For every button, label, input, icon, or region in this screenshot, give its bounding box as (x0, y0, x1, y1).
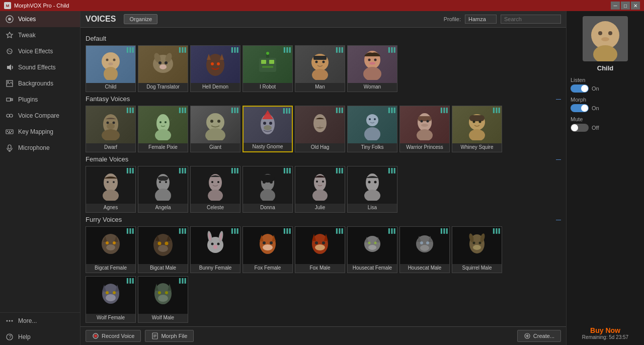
app-icon: M (4, 2, 11, 9)
sidebar-item-more[interactable]: More... (0, 313, 80, 329)
morph-toggle[interactable] (571, 104, 589, 112)
svg-point-54 (369, 62, 375, 65)
selected-voice-display: Child (571, 16, 640, 77)
listen-toggle[interactable] (571, 84, 589, 93)
voice-agnes[interactable]: ▐▐▐ Agnes (86, 166, 136, 213)
voice-julie[interactable]: ▐▐▐ Julie (295, 166, 345, 213)
voice-nasty-gnome[interactable]: ▐▐▐ Nasty Gnome (243, 106, 293, 152)
voice-avatar-dwarf: ▐▐▐ (86, 106, 135, 143)
sidebar-item-voice-effects[interactable]: Voice Effects (0, 43, 80, 59)
voice-man[interactable]: ▐▐▐ Man (295, 45, 345, 92)
listen-label: Listen (571, 77, 640, 83)
voice-bunny-female[interactable]: ▐▐▐ Bunny Female (190, 226, 240, 273)
voice-woman[interactable]: ▐▐▐ Woman (347, 45, 397, 92)
sidebar-item-voices[interactable]: Voices (0, 11, 80, 27)
help-icon: ? (5, 332, 14, 341)
svg-point-19 (7, 320, 8, 322)
close-button[interactable]: ✕ (631, 2, 640, 10)
section-female-collapse[interactable]: — (556, 156, 561, 162)
section-furry-collapse[interactable]: — (556, 217, 561, 222)
sidebar-item-tweak[interactable]: Tweak (0, 27, 80, 43)
voice-label-wolf-m: Wolf Male (138, 314, 188, 322)
voice-avatar-fox-male: ▐▐▐ (295, 227, 345, 264)
voice-dog-translator[interactable]: ▐▐▐ Dog Translator (138, 45, 188, 92)
sidebar-label-plugins: Plugins (18, 96, 38, 103)
minimize-button[interactable]: ─ (611, 2, 620, 10)
signal-icon-wolf-f: ▐▐▐ (125, 278, 133, 283)
voice-label-squirrel-m: Squirrel Male (452, 264, 502, 273)
microphone-icon (5, 143, 14, 152)
voice-lisa[interactable]: ▐▐▐ Lisa (347, 166, 397, 213)
voice-label-bigcat-f: Bigcat Female (86, 264, 135, 273)
record-voice-button[interactable]: Record Voice (86, 330, 141, 342)
voice-label-fox-m: Fox Male (295, 264, 345, 273)
voice-warrior-princess[interactable]: ▐▐▐ Warrior Princess (399, 106, 450, 152)
title-bar-text: MorphVOX Pro - Child (14, 3, 69, 9)
svg-point-136 (213, 245, 217, 249)
sidebar-item-help[interactable]: ? Help (0, 329, 80, 345)
signal-icon-gnome: ▐▐▐ (282, 108, 290, 113)
mute-toggle[interactable] (571, 124, 589, 132)
svg-point-117 (102, 234, 120, 254)
voice-label-wolf-f: Wolf Female (86, 314, 135, 322)
create-button[interactable]: Create... (517, 330, 561, 342)
voice-housecat-female[interactable]: ▐▐▐ Housecat Female (347, 226, 397, 273)
organize-button[interactable]: Organize (124, 14, 157, 24)
signal-icon-bigcat-m: ▐▐▐ (178, 228, 186, 233)
sidebar-item-sound-effects[interactable]: Sound Effects (0, 59, 80, 75)
voice-giant[interactable]: ▐▐▐ Giant (190, 106, 240, 152)
svg-point-86 (417, 129, 433, 140)
svg-rect-41 (261, 60, 266, 64)
voice-wolf-female[interactable]: ▐▐▐ Wolf Female (86, 276, 136, 323)
svg-point-105 (261, 175, 275, 183)
morph-file-button[interactable]: Morph File (145, 330, 194, 342)
buy-now-text[interactable]: Buy Now (582, 326, 628, 334)
svg-point-154 (368, 245, 376, 250)
voice-tiny-folks[interactable]: ▐▐▐ Tiny Folks (347, 106, 397, 152)
sidebar-item-plugins[interactable]: Plugins (0, 92, 80, 108)
voice-celeste[interactable]: ▐▐▐ Celeste (190, 166, 240, 213)
voice-squirrel-male[interactable]: ▐▐▐ Squirrel Male (452, 226, 502, 273)
signal-icon-lisa: ▐▐▐ (387, 168, 395, 173)
voice-old-hag[interactable]: ▐▐▐ Old Hag (295, 106, 345, 152)
voice-whiney-squire[interactable]: ▐▐▐ Whiney Squire (452, 106, 502, 152)
svg-point-146 (315, 241, 318, 244)
voice-donna[interactable]: ▐▐▐ Donna (243, 166, 293, 213)
sidebar-item-microphone[interactable]: Microphone (0, 140, 80, 156)
svg-point-178 (158, 295, 168, 302)
sidebar-label-backgrounds: Backgrounds (18, 80, 53, 87)
signal-icon-whiney: ▐▐▐ (492, 108, 500, 113)
svg-point-165 (479, 242, 481, 244)
voice-dwarf[interactable]: ▐▐▐ Dwarf (86, 106, 136, 152)
voice-avatar-lisa: ▐▐▐ (348, 166, 397, 204)
signal-icon-housecat-f: ▐▐▐ (387, 228, 395, 233)
voices-panel[interactable]: Default ▐▐▐ Child (80, 28, 566, 326)
profile-select[interactable]: Hamza Default (465, 15, 497, 24)
voice-wolf-male[interactable]: ▐▐▐ Wolf Male (138, 276, 188, 323)
voice-bigcat-female[interactable]: ▐▐▐ Bigcat Female (86, 226, 136, 273)
voice-i-robot[interactable]: ▐▐▐ I Robot (243, 45, 293, 92)
voice-angela[interactable]: ▐▐▐ Angela (138, 166, 188, 213)
svg-point-20 (9, 320, 11, 322)
svg-point-39 (217, 62, 220, 65)
signal-icon-bigcat-f: ▐▐▐ (125, 228, 133, 233)
search-input[interactable] (501, 15, 561, 24)
voice-fox-female[interactable]: ▐▐▐ Fox Female (243, 226, 293, 273)
voice-female-pixie[interactable]: ▐▐▐ Female Pixie (138, 106, 188, 152)
sidebar-item-voice-compare[interactable]: Voice Compare (0, 108, 80, 124)
mute-toggle-row: Off (571, 124, 640, 132)
section-default-label: Default (86, 35, 106, 42)
voice-label-pixie: Female Pixie (138, 143, 188, 152)
sidebar-item-key-mapping[interactable]: Key Mapping (0, 124, 80, 140)
voice-fox-male[interactable]: ▐▐▐ Fox Male (295, 226, 345, 273)
voice-housecat-male[interactable]: ▐▐▐ Housecat Male (399, 226, 450, 273)
voice-hell-demon[interactable]: ▐▐▐ Hell Demon (190, 45, 240, 92)
maximize-button[interactable]: □ (621, 2, 630, 10)
voice-bigcat-male[interactable]: ▐▐▐ Bigcat Male (138, 226, 188, 273)
morph-file-icon (151, 332, 158, 339)
sidebar-item-backgrounds[interactable]: Backgrounds (0, 75, 80, 92)
section-fantasy-collapse[interactable]: — (556, 96, 561, 102)
voice-child[interactable]: ▐▐▐ Child (86, 45, 136, 92)
fantasy-voice-grid: ▐▐▐ Dwarf ▐▐▐ (86, 106, 561, 152)
toolbar-right: Profile: Hamza Default (444, 15, 561, 24)
